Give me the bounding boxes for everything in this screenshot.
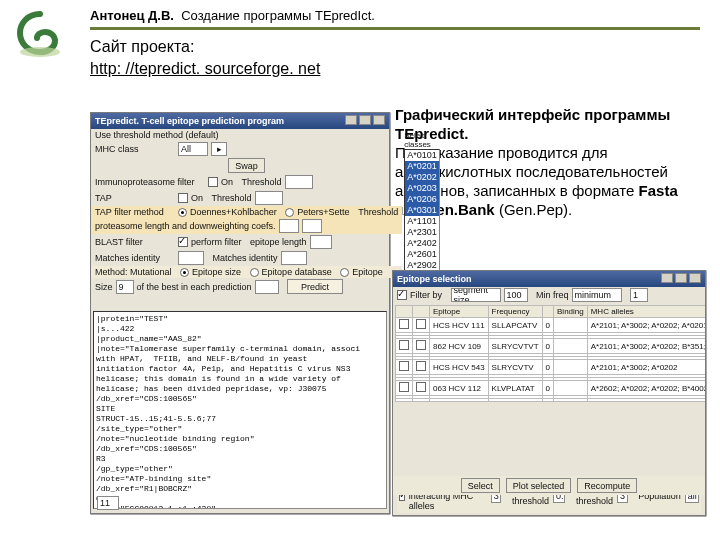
immunoprot-thr[interactable] — [285, 175, 313, 189]
epitope-selection-window: Epitope selection Filter by segment size… — [392, 270, 706, 516]
predict-button[interactable]: Predict — [287, 279, 343, 294]
blast-cb[interactable] — [178, 237, 188, 247]
recompute-button[interactable]: Recompute — [577, 478, 637, 493]
filterby-cb[interactable] — [397, 290, 407, 300]
timer-field: 11 — [97, 496, 119, 510]
coef1[interactable] — [279, 219, 299, 233]
use-threshold-label: Use threshold method (default) — [95, 130, 219, 140]
prot-coefs-label: proteasome length and downweighting coef… — [95, 221, 276, 231]
tap-cb[interactable] — [178, 193, 188, 203]
swap-button[interactable]: Swap — [228, 158, 265, 173]
size-input[interactable]: 9 — [116, 280, 134, 294]
tap-label: TAP — [95, 193, 175, 203]
sel-max[interactable] — [675, 273, 687, 283]
m-rad2[interactable] — [250, 268, 259, 277]
immunoprot-label: Immunoproteasome filter — [95, 177, 205, 187]
mhc-class-label: MHC class — [95, 144, 175, 154]
m-rad1[interactable] — [180, 268, 189, 277]
svg-point-0 — [20, 47, 60, 57]
sel-titlebar: Epitope selection — [393, 271, 705, 287]
segsize-dd[interactable]: segment size — [451, 288, 501, 302]
tap-rad2[interactable] — [285, 208, 294, 217]
best-input[interactable] — [255, 280, 279, 294]
max-button[interactable] — [359, 115, 371, 125]
method-label: Method: Mutational — [95, 267, 172, 277]
site-label: Сайт проекта: — [90, 38, 700, 56]
tepredict-main-window: TEpredict. T-cell epitope prediction pro… — [90, 112, 390, 514]
blast-label: BLAST filter — [95, 237, 175, 247]
sel-min[interactable] — [661, 273, 673, 283]
close-button[interactable] — [373, 115, 385, 125]
mhc-spin[interactable]: ▸ — [211, 142, 227, 156]
min-button[interactable] — [345, 115, 357, 125]
minfreq-dd[interactable]: minimum — [572, 288, 622, 302]
immunoprot-cb[interactable] — [208, 177, 218, 187]
fasta-textarea[interactable]: |protein="TEST" |s...422 |product_name="… — [93, 311, 387, 509]
matches-label: Matches identity — [95, 253, 175, 263]
tapfilter-label: TAP filter method — [95, 207, 175, 217]
minfreq-val[interactable]: 1 — [630, 288, 648, 302]
tap-rad1[interactable] — [178, 208, 187, 217]
ep-len[interactable] — [310, 235, 332, 249]
slide-header: Антонец Д.В. Создание программы TEpredIc… — [90, 8, 700, 23]
tap-thr[interactable] — [255, 191, 283, 205]
mhc-class-dropdown[interactable]: All — [178, 142, 208, 156]
epitope-table[interactable]: EpitopeFrequencyBindingMHC allelesOrigin… — [395, 305, 705, 402]
site-link[interactable]: http: //tepredict. sourceforge. net — [90, 60, 320, 77]
matches1[interactable] — [178, 251, 204, 265]
m-rad3[interactable] — [340, 268, 349, 277]
titlebar: TEpredict. T-cell epitope prediction pro… — [91, 113, 389, 129]
sel-close[interactable] — [689, 273, 701, 283]
alleles-header: Select classes — [404, 131, 440, 149]
header-rule — [90, 27, 700, 30]
coef2[interactable] — [302, 219, 322, 233]
select-button[interactable]: Select — [461, 478, 500, 493]
matches2[interactable] — [281, 251, 307, 265]
segsize-val[interactable]: 100 — [504, 288, 528, 302]
logo-snake-icon — [10, 10, 70, 63]
plot-button[interactable]: Plot selected — [506, 478, 572, 493]
